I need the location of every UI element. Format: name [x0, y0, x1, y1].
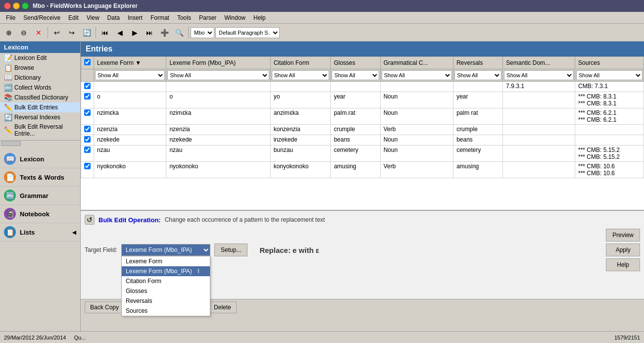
delete-button[interactable]: Delete — [208, 301, 237, 313]
cell-semantic-dom: 7.9.3.1 — [503, 82, 575, 92]
filter-lexeme-form[interactable]: Show All — [95, 70, 165, 80]
row-checkbox-cell[interactable] — [81, 135, 94, 146]
row-checkbox[interactable] — [84, 136, 91, 143]
tb-nav-first[interactable]: ⏮ — [98, 26, 112, 40]
tb-undo-button[interactable]: ↩ — [50, 26, 64, 40]
language-combo[interactable]: Mbo — [191, 27, 214, 38]
nav-lexicon[interactable]: 📖 Lexicon — [0, 150, 80, 168]
dropdown-lexeme-form-ipa[interactable]: Lexeme Form (Mbo_IPA) I — [122, 266, 210, 276]
dropdown-glosses[interactable]: Glosses — [122, 286, 210, 296]
cell-lexeme-form-ipa: nzimɛka — [166, 108, 270, 125]
tb-back-button[interactable]: ⊕ — [2, 26, 16, 40]
table-row: nzenzianzenziakonzenziacrumpleVerbcrumpl… — [81, 125, 644, 135]
sidebar-item-lexicon-edit[interactable]: 📝 Lexicon Edit — [0, 53, 80, 63]
tb-nav-prev[interactable]: ◀ — [113, 26, 127, 40]
sidebar: Lexicon 📝 Lexicon Edit 📋 Browse 📖 Dictio… — [0, 42, 81, 331]
cell-lexeme-form: nzimɛka — [94, 108, 166, 125]
cell-glosses: beans — [331, 135, 380, 146]
row-checkbox-cell[interactable] — [81, 82, 94, 92]
minimize-button[interactable] — [13, 2, 20, 9]
nav-lists[interactable]: 📋 Lists ◀ — [0, 223, 80, 242]
tb-add-entry[interactable]: ➕ — [157, 26, 171, 40]
menu-view[interactable]: View — [83, 13, 103, 22]
row-checkbox[interactable] — [84, 126, 91, 132]
nav-grammar[interactable]: 🔤 Grammar — [0, 187, 80, 205]
maximize-button[interactable] — [22, 2, 29, 9]
cursor-indicator: I — [198, 268, 199, 275]
column-header-row: Lexeme Form ▼ Lexeme Form (Mbo_IPA) Cita… — [81, 57, 644, 69]
row-checkbox-cell[interactable] — [81, 92, 94, 108]
apply-button[interactable]: Apply — [606, 244, 640, 256]
sidebar-scrollbar[interactable] — [0, 140, 80, 146]
close-button[interactable] — [4, 2, 11, 9]
row-checkbox-cell[interactable] — [81, 125, 94, 135]
tb-nav-next[interactable]: ▶ — [128, 26, 142, 40]
back-copy-button[interactable]: Back Copy — [85, 301, 124, 313]
setup-button[interactable]: Setup... — [214, 244, 248, 256]
paragraph-combo[interactable]: Default Paragraph S... — [215, 27, 280, 38]
menu-help[interactable]: Help — [249, 13, 270, 22]
browse-icon: 📋 — [4, 64, 12, 72]
row-checkbox[interactable] — [84, 83, 91, 89]
main-layout: Lexicon 📝 Lexicon Edit 📋 Browse 📖 Dictio… — [0, 42, 644, 331]
tb-close-button[interactable]: ✕ — [32, 26, 46, 40]
cell-reversals — [453, 82, 503, 92]
cell-grammatical-cat: Noun — [380, 108, 453, 125]
row-checkbox-cell[interactable] — [81, 162, 94, 178]
entries-table-container[interactable]: Lexeme Form ▼ Lexeme Form (Mbo_IPA) Cita… — [81, 56, 644, 210]
filter-citation[interactable]: Show All — [272, 70, 330, 80]
filter-sources[interactable]: Show All — [576, 70, 643, 80]
sidebar-item-collect-words[interactable]: 🔤 Collect Words — [0, 83, 80, 93]
tb-forward-button[interactable]: ⊖ — [17, 26, 31, 40]
filter-semantic[interactable]: Show All — [504, 70, 574, 80]
sidebar-item-browse[interactable]: 📋 Browse — [0, 63, 80, 73]
dropdown-reversals[interactable]: Reversals — [122, 296, 210, 306]
help-button[interactable]: Help — [606, 258, 640, 271]
select-all-checkbox[interactable] — [84, 59, 91, 65]
cell-glosses: palm.rat — [331, 108, 380, 125]
filter-grammatical[interactable]: Show All — [382, 70, 452, 80]
menu-file[interactable]: File — [2, 13, 19, 22]
row-checkbox-cell[interactable] — [81, 146, 94, 162]
preview-button[interactable]: Preview — [606, 229, 640, 242]
menu-edit[interactable]: Edit — [64, 13, 83, 22]
target-field-select[interactable]: Lexeme Form (Mbo_IPA) — [121, 244, 210, 256]
menu-insert[interactable]: Insert — [124, 13, 147, 22]
menu-tools[interactable]: Tools — [173, 13, 195, 22]
col-semantic-dom: Semantic Dom... — [503, 57, 575, 69]
sidebar-item-classified-dictionary[interactable]: 📚 Classified Dictionary — [0, 93, 80, 102]
menu-format[interactable]: Format — [147, 13, 173, 22]
sidebar-item-dictionary[interactable]: 📖 Dictionary — [0, 73, 80, 83]
menu-data[interactable]: Data — [103, 13, 124, 22]
nav-texts-words[interactable]: 📄 Texts & Words — [0, 168, 80, 187]
sidebar-item-reversal-indexes[interactable]: 🔄 Reversal Indexes — [0, 112, 80, 122]
tb-redo-button[interactable]: ↪ — [65, 26, 79, 40]
row-checkbox-cell[interactable] — [81, 108, 94, 125]
tb-refresh-button[interactable]: 🔄 — [80, 26, 94, 40]
sidebar-item-bulk-edit-entries[interactable]: ✏️ Bulk Edit Entries — [0, 102, 80, 112]
filter-lexeme-ipa[interactable]: Show All — [167, 70, 269, 80]
target-field-dropdown[interactable]: Lexeme Form Lexeme Form (Mbo_IPA) I Cita… — [121, 256, 210, 316]
filter-glosses[interactable]: Show All — [332, 70, 379, 80]
filter-reversals[interactable]: Show All — [454, 70, 501, 80]
sidebar-item-bulk-edit-reversal[interactable]: ✏️ Bulk Edit Reversal Entrie... — [0, 122, 80, 138]
dropdown-lexeme-form[interactable]: Lexeme Form — [122, 256, 210, 266]
cell-lexeme-form-ipa: nzekede — [166, 135, 270, 146]
menu-send-receive[interactable]: Send/Receive — [19, 13, 64, 22]
nav-notebook[interactable]: 📓 Notebook — [0, 205, 80, 223]
grammar-nav-icon: 🔤 — [4, 190, 16, 201]
tb-find-button[interactable]: 🔍 — [172, 26, 186, 40]
col-lexeme-form-ipa: Lexeme Form (Mbo_IPA) — [166, 57, 270, 69]
dropdown-sources[interactable]: Sources — [122, 306, 210, 316]
row-checkbox[interactable] — [84, 93, 91, 99]
tb-nav-last[interactable]: ⏭ — [143, 26, 156, 40]
dropdown-citation-form[interactable]: Citation Form — [122, 276, 210, 286]
menu-parser[interactable]: Parser — [195, 13, 220, 22]
row-checkbox[interactable] — [84, 109, 91, 116]
cell-grammatical-cat: Verb — [380, 162, 453, 178]
menu-window[interactable]: Window — [220, 13, 249, 22]
window-controls[interactable] — [4, 2, 29, 9]
row-checkbox[interactable] — [84, 147, 91, 153]
col-grammatical-cat: Grammatical C... — [380, 57, 453, 69]
row-checkbox[interactable] — [84, 163, 91, 169]
